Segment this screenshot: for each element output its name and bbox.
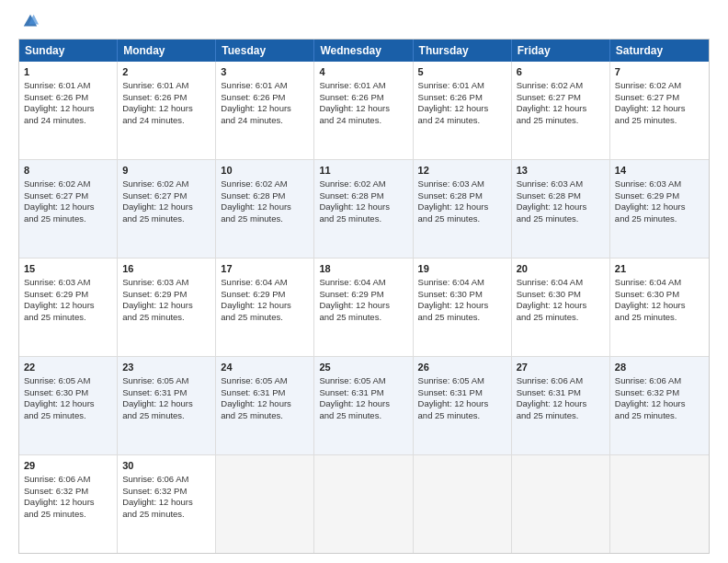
day-info-line: and 25 minutes.: [122, 509, 210, 521]
day-cell-17: 17Sunrise: 6:04 AMSunset: 6:29 PMDayligh…: [216, 259, 314, 356]
day-info-line: and 25 minutes.: [24, 410, 112, 422]
day-info-line: Sunrise: 6:04 AM: [418, 277, 506, 289]
day-info-line: and 25 minutes.: [615, 410, 704, 422]
day-cell-6: 6Sunrise: 6:02 AMSunset: 6:27 PMDaylight…: [512, 62, 610, 159]
day-info-line: Sunrise: 6:05 AM: [221, 375, 309, 387]
day-number: 16: [122, 262, 210, 276]
day-info-line: and 24 minutes.: [418, 115, 506, 127]
day-cell-27: 27Sunrise: 6:06 AMSunset: 6:31 PMDayligh…: [512, 357, 610, 454]
day-info-line: and 25 minutes.: [122, 312, 210, 324]
day-cell-24: 24Sunrise: 6:05 AMSunset: 6:31 PMDayligh…: [216, 357, 314, 454]
day-cell-23: 23Sunrise: 6:05 AMSunset: 6:31 PMDayligh…: [118, 357, 216, 454]
day-info-line: Daylight: 12 hours: [24, 201, 112, 213]
day-info-line: Sunrise: 6:01 AM: [24, 80, 112, 92]
day-info-line: Sunset: 6:28 PM: [319, 190, 407, 202]
day-info-line: and 25 minutes.: [221, 410, 309, 422]
day-info-line: Daylight: 12 hours: [418, 103, 506, 115]
day-cell-8: 8Sunrise: 6:02 AMSunset: 6:27 PMDaylight…: [19, 160, 118, 258]
day-info-line: and 25 minutes.: [615, 115, 704, 127]
day-info-line: Daylight: 12 hours: [122, 103, 210, 115]
day-info-line: Sunset: 6:29 PM: [615, 190, 704, 202]
day-info-line: Daylight: 12 hours: [418, 300, 506, 312]
day-info-line: and 25 minutes.: [24, 312, 112, 324]
day-info-line: and 25 minutes.: [221, 213, 309, 225]
day-cell-22: 22Sunrise: 6:05 AMSunset: 6:30 PMDayligh…: [19, 357, 118, 454]
day-info-line: Daylight: 12 hours: [221, 300, 309, 312]
day-cell-11: 11Sunrise: 6:02 AMSunset: 6:28 PMDayligh…: [314, 160, 413, 258]
day-info-line: Sunset: 6:28 PM: [221, 190, 309, 202]
day-info-line: Daylight: 12 hours: [615, 103, 704, 115]
day-info-line: and 25 minutes.: [517, 115, 605, 127]
day-info-line: Sunrise: 6:06 AM: [24, 474, 112, 486]
header-day-monday: Monday: [118, 40, 216, 62]
day-info-line: Daylight: 12 hours: [221, 103, 309, 115]
header-day-tuesday: Tuesday: [216, 40, 314, 62]
logo: [18, 17, 39, 29]
day-info-line: Sunrise: 6:05 AM: [319, 375, 407, 387]
day-info-line: Sunrise: 6:02 AM: [319, 178, 407, 190]
day-info-line: Sunset: 6:31 PM: [221, 387, 309, 399]
day-info-line: Sunset: 6:27 PM: [517, 92, 605, 104]
day-number: 18: [319, 262, 407, 276]
day-info-line: Daylight: 12 hours: [122, 201, 210, 213]
day-info-line: and 24 minutes.: [24, 115, 112, 127]
day-cell-1: 1Sunrise: 6:01 AMSunset: 6:26 PMDaylight…: [19, 62, 118, 159]
day-info-line: Daylight: 12 hours: [221, 398, 309, 410]
day-info-line: Sunrise: 6:05 AM: [418, 375, 506, 387]
day-info-line: Daylight: 12 hours: [517, 103, 605, 115]
day-info-line: and 25 minutes.: [122, 410, 210, 422]
day-info-line: Sunset: 6:27 PM: [615, 92, 704, 104]
day-info-line: Sunset: 6:27 PM: [24, 190, 112, 202]
day-cell-16: 16Sunrise: 6:03 AMSunset: 6:29 PMDayligh…: [118, 259, 216, 356]
day-cell-14: 14Sunrise: 6:03 AMSunset: 6:29 PMDayligh…: [610, 160, 709, 258]
empty-cell: [512, 455, 610, 553]
day-cell-19: 19Sunrise: 6:04 AMSunset: 6:30 PMDayligh…: [414, 259, 512, 356]
day-info-line: Daylight: 12 hours: [517, 300, 605, 312]
day-info-line: Daylight: 12 hours: [24, 103, 112, 115]
day-info-line: Sunset: 6:30 PM: [517, 289, 605, 301]
empty-cell: [414, 455, 512, 553]
day-info-line: Sunrise: 6:03 AM: [418, 178, 506, 190]
day-info-line: Sunset: 6:30 PM: [615, 289, 704, 301]
day-info-line: Sunrise: 6:06 AM: [615, 375, 704, 387]
calendar-row-3: 15Sunrise: 6:03 AMSunset: 6:29 PMDayligh…: [19, 259, 709, 357]
day-number: 24: [221, 361, 309, 374]
day-number: 22: [24, 361, 112, 374]
day-number: 13: [517, 164, 605, 178]
day-cell-4: 4Sunrise: 6:01 AMSunset: 6:26 PMDaylight…: [314, 62, 413, 159]
day-info-line: Sunset: 6:31 PM: [418, 387, 506, 399]
header: [18, 17, 710, 29]
day-number: 27: [517, 361, 605, 374]
day-info-line: and 25 minutes.: [24, 509, 112, 521]
day-cell-28: 28Sunrise: 6:06 AMSunset: 6:32 PMDayligh…: [610, 357, 709, 454]
day-cell-25: 25Sunrise: 6:05 AMSunset: 6:31 PMDayligh…: [314, 357, 413, 454]
day-number: 3: [221, 65, 309, 79]
day-number: 9: [122, 164, 210, 178]
day-number: 15: [24, 262, 112, 276]
calendar-row-1: 1Sunrise: 6:01 AMSunset: 6:26 PMDaylight…: [19, 62, 709, 160]
day-number: 28: [615, 361, 704, 374]
day-cell-7: 7Sunrise: 6:02 AMSunset: 6:27 PMDaylight…: [610, 62, 709, 159]
day-info-line: Sunset: 6:30 PM: [24, 387, 112, 399]
day-info-line: Sunset: 6:30 PM: [418, 289, 506, 301]
day-cell-12: 12Sunrise: 6:03 AMSunset: 6:28 PMDayligh…: [414, 160, 512, 258]
day-number: 10: [221, 164, 309, 178]
day-info-line: Sunrise: 6:01 AM: [122, 80, 210, 92]
day-cell-26: 26Sunrise: 6:05 AMSunset: 6:31 PMDayligh…: [414, 357, 512, 454]
day-info-line: and 24 minutes.: [319, 115, 407, 127]
day-info-line: Daylight: 12 hours: [615, 300, 704, 312]
day-info-line: Sunrise: 6:02 AM: [122, 178, 210, 190]
day-info-line: Sunset: 6:31 PM: [122, 387, 210, 399]
day-info-line: Sunset: 6:29 PM: [319, 289, 407, 301]
day-info-line: Sunset: 6:26 PM: [24, 92, 112, 104]
day-info-line: Daylight: 12 hours: [517, 398, 605, 410]
day-info-line: Sunrise: 6:03 AM: [517, 178, 605, 190]
day-number: 30: [122, 459, 210, 473]
day-info-line: Daylight: 12 hours: [319, 398, 407, 410]
header-day-friday: Friday: [512, 40, 610, 62]
day-info-line: Sunrise: 6:01 AM: [221, 80, 309, 92]
day-info-line: Sunset: 6:32 PM: [24, 486, 112, 498]
day-info-line: Daylight: 12 hours: [615, 201, 704, 213]
day-info-line: and 25 minutes.: [517, 213, 605, 225]
header-day-saturday: Saturday: [610, 40, 709, 62]
